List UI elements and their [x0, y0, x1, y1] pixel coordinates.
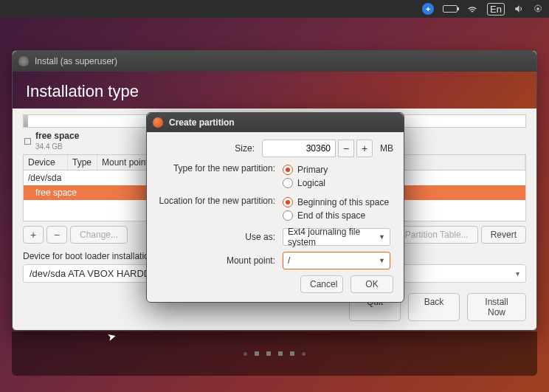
chevron-down-icon: ▼	[379, 257, 385, 264]
size-unit: MB	[380, 143, 393, 154]
size-increment-button[interactable]: +	[356, 140, 373, 157]
radio-icon	[283, 178, 293, 188]
mount-point-label: Mount point:	[157, 255, 283, 266]
radio-icon	[283, 197, 293, 207]
dialog-title: Create partition	[169, 117, 235, 128]
radio-end[interactable]: End of this space	[283, 209, 393, 222]
change-partition-button[interactable]: Change...	[70, 226, 128, 244]
size-label: Size:	[157, 143, 262, 154]
pager-dot[interactable]	[302, 352, 305, 356]
row-text: /dev/sda	[28, 173, 61, 183]
mount-point-combo[interactable]: / ▼	[283, 252, 390, 269]
use-as-dropdown[interactable]: Ext4 journaling file system ▼	[283, 228, 390, 246]
svg-point-0	[536, 7, 539, 10]
ok-button[interactable]: OK	[351, 275, 393, 293]
system-menubar: ✦ En	[0, 0, 549, 18]
radio-icon	[283, 210, 293, 221]
revert-button[interactable]: Revert	[481, 226, 526, 244]
legend-label: free space	[35, 131, 79, 141]
legend-size: 34.4 GB	[35, 142, 63, 151]
pager-dot[interactable]	[244, 352, 247, 356]
col-device[interactable]: Device	[24, 155, 68, 170]
cancel-button[interactable]: Cancel	[300, 275, 343, 293]
radio-primary[interactable]: Primary	[283, 163, 393, 176]
pager-dot[interactable]	[278, 351, 283, 356]
legend-swatch	[24, 138, 31, 145]
add-partition-button[interactable]: +	[23, 226, 44, 244]
accessibility-icon[interactable]: ✦	[422, 3, 434, 15]
size-input[interactable]	[262, 140, 336, 157]
partition-type-label: Type for the new partition:	[157, 163, 283, 173]
radio-label: Primary	[297, 165, 328, 175]
install-now-button[interactable]: Install Now	[467, 293, 526, 321]
radio-label: End of this space	[297, 210, 365, 221]
back-button[interactable]: Back	[408, 293, 460, 321]
volume-icon[interactable]	[514, 4, 524, 14]
page-heading-area: Installation type	[13, 72, 536, 109]
system-gear-icon[interactable]	[533, 4, 543, 14]
dialog-titlebar: Create partition	[147, 113, 404, 132]
row-text: free space	[35, 188, 77, 198]
page-title: Installation type	[26, 82, 523, 101]
pager-dot[interactable]	[266, 351, 271, 356]
create-partition-dialog: Create partition Size: − + MB Type for t…	[146, 112, 404, 303]
network-icon[interactable]	[466, 3, 478, 15]
mount-point-value: /	[288, 255, 290, 266]
window-titlebar: Install (as superuser)	[13, 51, 536, 72]
close-icon[interactable]	[18, 56, 29, 66]
close-icon[interactable]	[153, 117, 163, 128]
size-decrement-button[interactable]: −	[338, 140, 354, 157]
partition-location-label: Location for the new partition:	[157, 196, 283, 206]
radio-label: Logical	[297, 178, 325, 188]
battery-icon[interactable]	[443, 5, 458, 13]
use-as-label: Use as:	[157, 232, 283, 242]
chevron-down-icon: ▼	[379, 233, 385, 241]
slideshow-pager	[12, 331, 537, 376]
col-type[interactable]: Type	[68, 155, 97, 170]
radio-label: Beginning of this space	[297, 197, 389, 207]
window-title: Install (as superuser)	[35, 56, 117, 66]
pager-dot[interactable]	[290, 351, 294, 356]
keyboard-layout-indicator[interactable]: En	[487, 3, 505, 16]
remove-partition-button[interactable]: −	[46, 226, 67, 244]
pager-dot[interactable]	[255, 351, 259, 356]
radio-icon	[283, 165, 293, 175]
use-as-value: Ext4 journaling file system	[288, 227, 379, 247]
radio-logical[interactable]: Logical	[283, 176, 393, 190]
chevron-down-icon: ▾	[516, 269, 519, 278]
radio-beginning[interactable]: Beginning of this space	[283, 196, 393, 209]
